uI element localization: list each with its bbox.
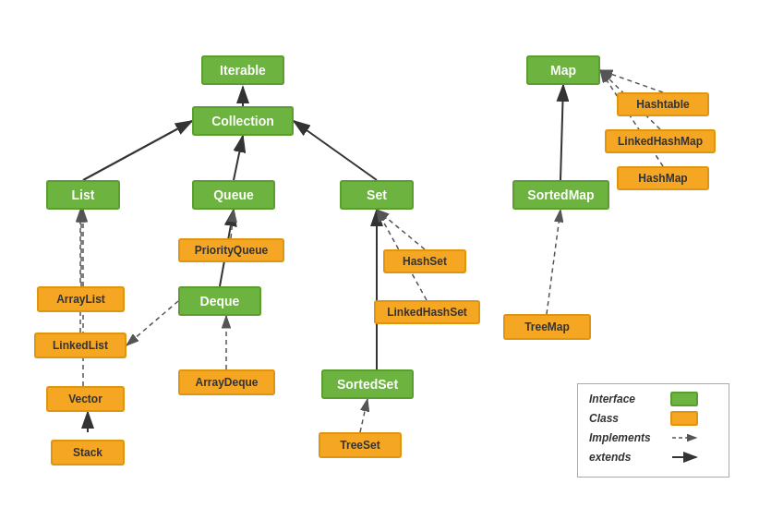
legend-class-label: Class [589, 412, 663, 425]
diagram-container: IterableCollectionListQueueSetDequeSorte… [0, 0, 759, 532]
node-iterable: Iterable [201, 55, 284, 85]
legend-implements: Implements [589, 430, 717, 445]
legend-class-box [670, 411, 698, 426]
node-hashmap: HashMap [617, 166, 709, 190]
svg-line-18 [126, 301, 178, 345]
node-linkedhashmap: LinkedHashMap [605, 129, 716, 153]
node-vector: Vector [46, 386, 125, 412]
svg-line-10 [377, 210, 425, 249]
node-arraydeque: ArrayDeque [178, 369, 275, 395]
legend-extends-label: extends [589, 451, 663, 464]
svg-line-23 [547, 210, 560, 314]
svg-line-5 [234, 136, 243, 180]
node-hashset: HashSet [383, 249, 466, 273]
legend-interface-box [670, 392, 698, 406]
svg-line-19 [560, 85, 563, 180]
page-title [0, 0, 759, 14]
node-queue: Queue [192, 180, 275, 210]
node-treemap: TreeMap [503, 314, 591, 340]
node-sortedmap: SortedMap [512, 180, 609, 210]
node-sortedset: SortedSet [321, 369, 414, 399]
node-list: List [46, 180, 120, 210]
legend-class: Class [589, 411, 717, 426]
node-collection: Collection [192, 106, 294, 136]
node-deque: Deque [178, 286, 261, 316]
svg-line-4 [83, 121, 192, 180]
node-map: Map [526, 55, 600, 85]
svg-line-6 [294, 121, 377, 180]
node-priorityqueue: PriorityQueue [178, 238, 284, 262]
node-stack: Stack [51, 440, 125, 466]
node-arraylist: ArrayList [37, 286, 125, 312]
node-linkedhashset: LinkedHashSet [374, 300, 480, 324]
legend: Interface Class Implements extends [577, 383, 729, 478]
node-linkedlist: LinkedList [34, 332, 126, 358]
legend-implements-arrow [670, 430, 705, 445]
legend-interface-label: Interface [589, 393, 663, 405]
legend-extends: extends [589, 450, 717, 465]
svg-line-12 [360, 399, 367, 432]
node-set: Set [340, 180, 414, 210]
svg-line-8 [231, 210, 234, 238]
svg-line-20 [600, 70, 663, 92]
legend-implements-label: Implements [589, 431, 663, 444]
node-treeset: TreeSet [319, 432, 402, 458]
legend-interface: Interface [589, 392, 717, 406]
legend-extends-arrow [670, 450, 705, 465]
node-hashtable: Hashtable [617, 92, 709, 116]
